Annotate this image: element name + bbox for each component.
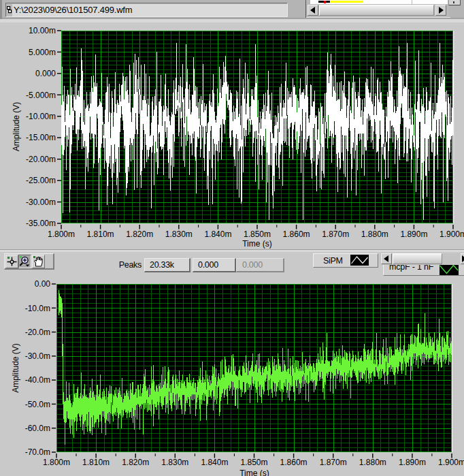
svg-text:1.860m: 1.860m: [280, 458, 308, 467]
svg-text:1.870m: 1.870m: [320, 458, 347, 467]
svg-text:1.900m: 1.900m: [438, 458, 464, 467]
svg-text:1.890m: 1.890m: [399, 458, 426, 467]
svg-text:-30.00m: -30.00m: [26, 197, 56, 207]
svg-text:-5.000m: -5.000m: [26, 91, 56, 100]
svg-text:1.830m: 1.830m: [161, 458, 188, 467]
svg-text:-50.0m: -50.0m: [25, 400, 50, 409]
svg-text:0.00: 0.00: [35, 279, 51, 289]
svg-text:Amplitude (V): Amplitude (V): [12, 102, 21, 152]
svg-text:Time (s): Time (s): [239, 469, 269, 476]
svg-text:1.820m: 1.820m: [122, 458, 149, 467]
svg-text:-20.0m: -20.0m: [25, 328, 50, 337]
svg-text:1.870m: 1.870m: [322, 229, 349, 239]
svg-text:1.800m: 1.800m: [43, 458, 70, 467]
svg-text:-10.00m: -10.00m: [26, 112, 56, 121]
svg-text:1.880m: 1.880m: [359, 458, 386, 467]
svg-text:1.880m: 1.880m: [361, 229, 388, 239]
svg-text:-10.0m: -10.0m: [25, 304, 50, 313]
svg-text:Amplitude (V): Amplitude (V): [11, 343, 20, 393]
svg-text:1.810m: 1.810m: [82, 458, 110, 467]
svg-text:-60.0m: -60.0m: [25, 424, 50, 433]
svg-text:Time (s): Time (s): [242, 239, 272, 249]
svg-text:1.820m: 1.820m: [126, 229, 153, 239]
svg-text:1.850m: 1.850m: [244, 229, 271, 239]
svg-text:1.830m: 1.830m: [165, 229, 193, 239]
svg-text:1.800m: 1.800m: [48, 229, 75, 239]
svg-text:1.850m: 1.850m: [240, 458, 267, 467]
svg-text:1.810m: 1.810m: [87, 229, 114, 239]
svg-text:-30.0m: -30.0m: [25, 351, 50, 361]
svg-text:-25.00m: -25.00m: [26, 176, 56, 185]
svg-text:10.00m: 10.00m: [29, 26, 56, 35]
svg-text:1.900m: 1.900m: [440, 229, 464, 239]
svg-text:1.840m: 1.840m: [204, 229, 231, 239]
svg-text:1.840m: 1.840m: [201, 458, 228, 467]
svg-text:1.860m: 1.860m: [283, 229, 310, 239]
svg-text:0.000: 0.000: [35, 69, 56, 78]
svg-text:-40.0m: -40.0m: [25, 375, 50, 385]
svg-text:-20.00m: -20.00m: [26, 155, 56, 164]
svg-text:-70.0m: -70.0m: [25, 447, 50, 457]
svg-text:-15.00m: -15.00m: [26, 133, 56, 142]
svg-text:5.000m: 5.000m: [29, 48, 56, 57]
svg-text:1.890m: 1.890m: [400, 229, 427, 239]
svg-text:-35.00m: -35.00m: [26, 219, 56, 228]
